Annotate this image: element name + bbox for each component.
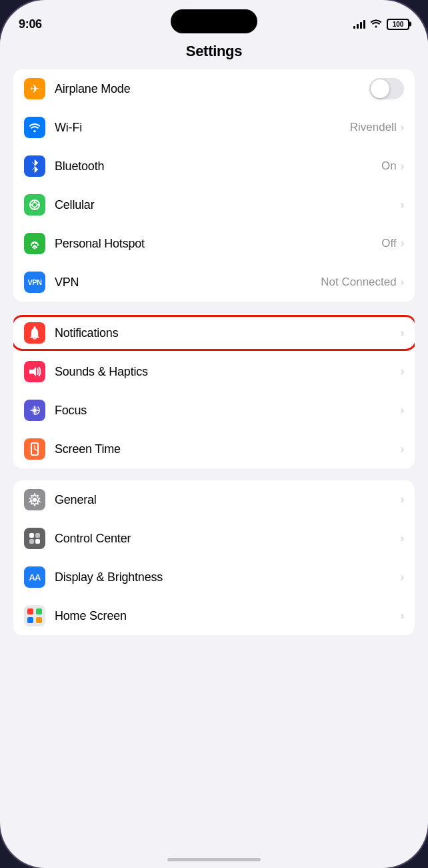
svg-rect-17 [27, 608, 33, 614]
personal-hotspot-label: Personal Hotspot [55, 237, 381, 251]
screen-time-row[interactable]: Screen Time › [13, 430, 415, 468]
notifications-row[interactable]: Notifications › [13, 314, 415, 352]
airplane-mode-row[interactable]: ✈ Airplane Mode [13, 69, 415, 108]
wifi-row[interactable]: Wi-Fi Rivendell › [13, 108, 415, 147]
airplane-mode-toggle[interactable] [369, 78, 404, 99]
focus-label: Focus [55, 404, 401, 418]
dynamic-island [171, 9, 257, 33]
airplane-mode-label: Airplane Mode [55, 82, 369, 96]
sounds-haptics-row[interactable]: Sounds & Haptics › [13, 352, 415, 391]
personal-hotspot-icon [24, 233, 45, 254]
control-center-chevron: › [401, 532, 404, 544]
battery-icon: 100 [387, 19, 409, 30]
svg-point-1 [33, 203, 37, 207]
sounds-haptics-chevron: › [401, 366, 404, 378]
bluetooth-icon [24, 155, 45, 177]
focus-chevron: › [401, 404, 404, 416]
svg-marker-8 [29, 367, 36, 376]
airplane-mode-icon: ✈ [24, 78, 45, 99]
svg-rect-15 [35, 539, 40, 544]
settings-content: ✈ Airplane Mode Wi-Fi [0, 69, 428, 647]
display-brightness-label: Display & Brightness [55, 570, 401, 584]
control-center-icon [24, 528, 45, 549]
svg-rect-20 [36, 617, 42, 623]
home-screen-chevron: › [401, 610, 404, 622]
notifications-icon [24, 322, 45, 344]
general-icon [24, 489, 45, 510]
home-indicator [167, 858, 261, 861]
svg-rect-18 [36, 608, 42, 614]
display-brightness-chevron: › [401, 571, 404, 583]
phone-screen: 9:06 100 [0, 0, 428, 868]
connectivity-section: ✈ Airplane Mode Wi-Fi [13, 69, 415, 302]
focus-row[interactable]: Focus › [13, 391, 415, 430]
display-brightness-icon: AA [24, 566, 45, 588]
home-screen-label: Home Screen [55, 609, 401, 623]
bluetooth-value: On [381, 159, 397, 173]
wifi-label: Wi-Fi [55, 121, 350, 135]
status-time: 9:06 [19, 17, 42, 31]
signal-icon [353, 19, 365, 29]
home-screen-row[interactable]: Home Screen › [13, 596, 415, 635]
general-section: General › Control Center › [13, 480, 415, 635]
notifications-chevron: › [401, 327, 404, 339]
home-screen-icon [24, 605, 45, 626]
screen-time-chevron: › [401, 443, 404, 455]
cellular-icon [24, 194, 45, 215]
control-center-row[interactable]: Control Center › [13, 519, 415, 558]
bluetooth-chevron: › [401, 160, 404, 172]
screen-time-icon [24, 438, 45, 460]
sounds-haptics-label: Sounds & Haptics [55, 365, 401, 379]
svg-point-11 [33, 498, 37, 502]
page-title: Settings [0, 43, 428, 60]
general-label: General [55, 493, 401, 507]
svg-rect-12 [29, 533, 34, 538]
svg-point-6 [34, 248, 36, 250]
svg-rect-13 [35, 533, 40, 538]
vpn-label: VPN [55, 276, 321, 290]
general-chevron: › [401, 494, 404, 506]
wifi-status-icon [370, 19, 382, 30]
personal-hotspot-row[interactable]: Personal Hotspot Off › [13, 224, 415, 263]
phone-frame: 9:06 100 [0, 0, 428, 868]
status-bar: 9:06 100 [0, 0, 428, 37]
sounds-haptics-icon [24, 361, 45, 382]
svg-point-7 [34, 326, 36, 328]
general-row[interactable]: General › [13, 480, 415, 519]
personal-hotspot-value: Off [381, 237, 396, 250]
svg-rect-16 [24, 605, 45, 626]
svg-point-9 [33, 409, 37, 412]
bluetooth-row[interactable]: Bluetooth On › [13, 147, 415, 185]
control-center-label: Control Center [55, 532, 401, 546]
status-icons: 100 [353, 19, 409, 30]
vpn-icon: VPN [24, 272, 45, 293]
svg-rect-14 [29, 539, 34, 544]
wifi-chevron: › [401, 121, 404, 133]
cellular-chevron: › [401, 199, 404, 211]
display-brightness-row[interactable]: AA Display & Brightness › [13, 558, 415, 596]
vpn-row[interactable]: VPN VPN Not Connected › [13, 263, 415, 302]
wifi-icon [24, 117, 45, 138]
personal-hotspot-chevron: › [401, 238, 404, 250]
bluetooth-label: Bluetooth [55, 159, 381, 173]
screen-time-label: Screen Time [55, 442, 401, 456]
wifi-value: Rivendell [350, 121, 397, 134]
vpn-value: Not Connected [321, 276, 396, 289]
vpn-chevron: › [401, 276, 404, 288]
focus-icon [24, 400, 45, 421]
page-title-bar: Settings [0, 37, 428, 69]
svg-rect-19 [27, 617, 33, 623]
notifications-section: Notifications › Sounds & Haptics › [13, 314, 415, 468]
cellular-row[interactable]: Cellular › [13, 185, 415, 224]
notifications-label: Notifications [55, 326, 401, 340]
cellular-label: Cellular [55, 198, 401, 212]
